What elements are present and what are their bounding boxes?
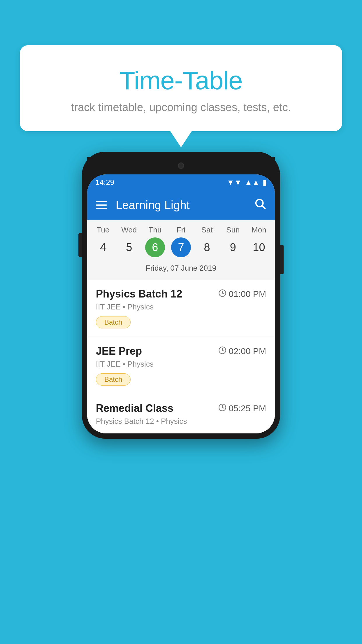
time-value-3: 05:25 PM <box>229 403 266 413</box>
class-meta-3: Physics Batch 12 • Physics <box>96 417 266 426</box>
day-name-wed: Wed <box>121 225 137 235</box>
phone-screen: 14:29 ▼▼ ▲▲ ▮ Learning Light <box>87 174 275 433</box>
class-time-1: 01:00 PM <box>218 289 266 299</box>
day-col-mon[interactable]: Mon 10 <box>247 225 270 257</box>
class-meta-2: IIT JEE • Physics <box>96 360 266 369</box>
phone-notch <box>87 157 275 174</box>
svg-line-1 <box>262 206 265 209</box>
day-num-sun: 9 <box>223 237 243 257</box>
day-name-thu: Thu <box>148 225 161 235</box>
intro-card: Time-Table track timetable, upcoming cla… <box>20 45 342 131</box>
status-icons: ▼▼ ▲▲ ▮ <box>227 178 267 187</box>
class-header-2: JEE Prep 02:00 PM <box>96 345 266 357</box>
day-name-mon: Mon <box>252 225 266 235</box>
class-time-2: 02:00 PM <box>218 346 266 356</box>
notch-cutout <box>158 158 204 173</box>
signal-icon: ▲▲ <box>245 178 260 187</box>
day-num-wed: 5 <box>119 237 139 257</box>
batch-tag-2: Batch <box>96 373 131 386</box>
days-row: Tue 4 Wed 5 Thu 6 <box>90 225 272 257</box>
day-name-sun: Sun <box>226 225 240 235</box>
bubble-title: Time-Table <box>37 66 325 95</box>
day-num-fri: 7 <box>171 237 191 257</box>
class-time-3: 05:25 PM <box>218 403 266 414</box>
clock-icon-3 <box>218 403 226 414</box>
day-col-wed[interactable]: Wed 5 <box>117 225 141 257</box>
camera-lens <box>178 162 184 169</box>
day-num-thu: 6 <box>145 237 165 257</box>
day-col-thu[interactable]: Thu 6 <box>143 225 167 257</box>
clock-icon-2 <box>218 346 226 356</box>
day-name-fri: Fri <box>177 225 185 235</box>
bubble-subtitle: track timetable, upcoming classes, tests… <box>37 101 325 114</box>
class-header-1: Physics Batch 12 01:00 PM <box>96 288 266 300</box>
day-num-sat: 8 <box>197 237 217 257</box>
day-col-fri[interactable]: Fri 7 <box>169 225 193 257</box>
day-col-sat[interactable]: Sat 8 <box>195 225 219 257</box>
class-header-3: Remedial Class 05:25 PM <box>96 402 266 414</box>
selected-date: Friday, 07 June 2019 <box>90 261 272 274</box>
class-item-1[interactable]: Physics Batch 12 01:00 PM <box>87 280 275 337</box>
day-name-sat: Sat <box>201 225 213 235</box>
search-icon[interactable] <box>254 197 266 213</box>
app-bar: Learning Light <box>87 190 275 220</box>
class-name-3: Remedial Class <box>96 402 173 414</box>
clock-icon-1 <box>218 289 226 299</box>
class-item-3[interactable]: Remedial Class 05:25 PM <box>87 394 275 433</box>
status-time: 14:29 <box>95 178 114 187</box>
status-bar: 14:29 ▼▼ ▲▲ ▮ <box>87 174 275 190</box>
hamburger-menu[interactable] <box>96 201 107 209</box>
day-num-mon: 10 <box>249 237 269 257</box>
class-name-2: JEE Prep <box>96 345 142 357</box>
day-name-tue: Tue <box>97 225 110 235</box>
time-value-2: 02:00 PM <box>229 346 266 356</box>
speech-bubble: Time-Table track timetable, upcoming cla… <box>20 45 342 131</box>
day-col-tue[interactable]: Tue 4 <box>92 225 115 257</box>
day-col-sun[interactable]: Sun 9 <box>221 225 245 257</box>
class-list: Physics Batch 12 01:00 PM <box>87 280 275 433</box>
class-item-2[interactable]: JEE Prep 02:00 PM <box>87 337 275 394</box>
class-name-1: Physics Batch 12 <box>96 288 182 300</box>
class-meta-1: IIT JEE • Physics <box>96 302 266 312</box>
app-title: Learning Light <box>116 199 254 212</box>
day-num-tue: 4 <box>93 237 113 257</box>
batch-tag-1: Batch <box>96 316 131 328</box>
time-value-1: 01:00 PM <box>229 289 266 299</box>
wifi-icon: ▼▼ <box>227 178 242 187</box>
battery-icon: ▮ <box>263 178 267 187</box>
calendar-section: Tue 4 Wed 5 Thu 6 <box>87 220 275 280</box>
phone-mockup: 14:29 ▼▼ ▲▲ ▮ Learning Light <box>82 152 280 439</box>
phone-outer: 14:29 ▼▼ ▲▲ ▮ Learning Light <box>82 152 280 439</box>
